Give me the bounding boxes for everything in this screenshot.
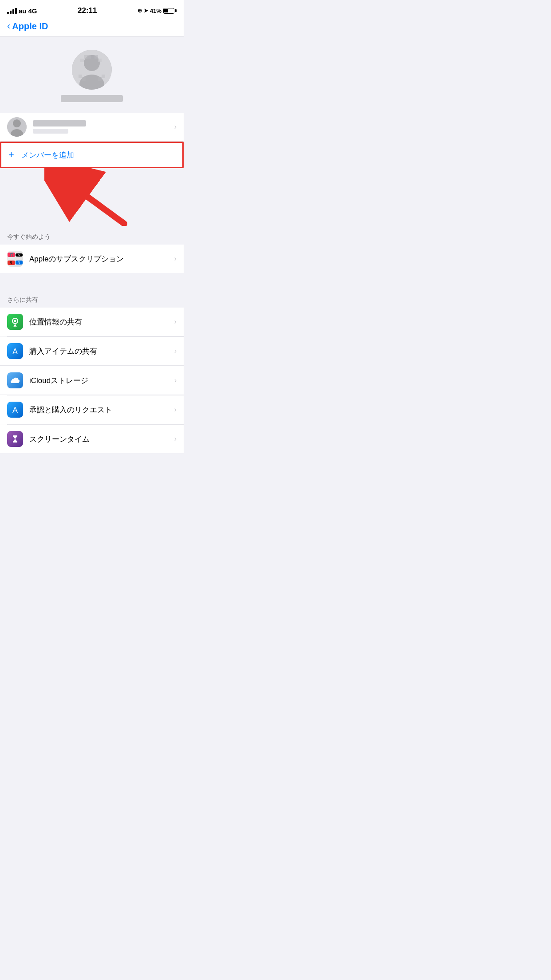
approval-chevron-icon: › — [174, 406, 177, 414]
location-chevron-icon: › — [174, 318, 177, 326]
svg-text:A: A — [12, 406, 18, 415]
avatar-svg — [72, 50, 112, 90]
podcast-icon: 🎙 — [8, 261, 15, 265]
location-row[interactable]: 位置情報の共有 › — [0, 308, 184, 336]
member-sub-bar — [33, 129, 68, 134]
icloud-row[interactable]: iCloudストレージ › — [0, 366, 184, 395]
add-member-button[interactable]: + メンバーを追加 — [0, 142, 184, 168]
status-right: ⊕ ➤ 41% — [138, 8, 177, 14]
purchases-row[interactable]: A 購入アイテムの共有 › — [0, 337, 184, 366]
section-share-more: さらに共有 位置情報の共有 › — [0, 289, 184, 453]
get-started-list: 🎵 tv 🎙 N Appleのサブスクリプション › — [0, 245, 184, 273]
back-button[interactable]: ‹ Apple ID — [7, 21, 48, 32]
member-list: › + メンバーを追加 — [0, 113, 184, 168]
battery-percent: 41% — [150, 8, 161, 14]
share-more-list: 位置情報の共有 › A 購入アイテムの共有 › — [0, 308, 184, 453]
subscriptions-icon: 🎵 tv 🎙 N — [7, 251, 23, 267]
member-avatar-svg — [7, 117, 27, 137]
svg-rect-4 — [87, 55, 91, 59]
time-label: 22:11 — [78, 6, 97, 15]
svg-rect-9 — [79, 75, 82, 78]
svg-line-18 — [58, 175, 124, 224]
subscriptions-row[interactable]: 🎵 tv 🎙 N Appleのサブスクリプション › — [0, 245, 184, 273]
svg-rect-11 — [98, 77, 102, 81]
icloud-chevron-icon: › — [174, 376, 177, 384]
purchases-chevron-icon: › — [174, 347, 177, 355]
findmy-icon — [7, 314, 23, 330]
screentime-label: スクリーンタイム — [29, 434, 171, 444]
arrow-section — [0, 168, 184, 226]
add-member-plus-icon: + — [8, 149, 14, 161]
svg-rect-3 — [84, 55, 87, 59]
screentime-svg — [7, 431, 23, 447]
svg-rect-12 — [102, 75, 105, 78]
red-arrow-svg — [44, 168, 142, 226]
profile-header — [0, 36, 184, 113]
avatar — [72, 50, 112, 90]
appstore-svg: A — [7, 343, 23, 359]
approval-row[interactable]: A 承認と購入のリクエスト › — [0, 395, 184, 424]
approval-svg: A — [7, 402, 23, 418]
member-row[interactable]: › — [0, 113, 184, 142]
member-info — [33, 120, 171, 134]
findmy-svg — [7, 314, 23, 330]
carrier-label: au — [19, 7, 27, 15]
nav-bar: ‹ Apple ID — [0, 18, 184, 36]
svg-rect-8 — [98, 59, 102, 62]
icloud-icon — [7, 372, 23, 388]
network-label: 4G — [28, 7, 37, 15]
icloud-svg — [7, 372, 23, 388]
signal-bars — [7, 8, 17, 14]
section-header-share-more: さらに共有 — [0, 289, 184, 308]
svg-rect-10 — [82, 77, 86, 81]
approval-label: 承認と購入のリクエスト — [29, 405, 171, 415]
member-avatar — [7, 117, 27, 137]
member-name-bar — [33, 120, 86, 126]
icloud-label: iCloudストレージ — [29, 375, 171, 386]
svg-rect-27 — [7, 431, 23, 447]
screentime-icon — [7, 431, 23, 447]
svg-rect-6 — [94, 55, 98, 59]
svg-point-21 — [14, 320, 16, 322]
subscriptions-chevron-icon: › — [174, 255, 177, 263]
svg-rect-5 — [91, 55, 94, 59]
profile-name-placeholder — [61, 95, 123, 102]
battery-icon — [163, 8, 177, 14]
screentime-chevron-icon: › — [174, 435, 177, 443]
screentime-row[interactable]: スクリーンタイム › — [0, 425, 184, 453]
location-label: 位置情報の共有 — [29, 317, 171, 327]
back-chevron-icon: ‹ — [7, 21, 10, 31]
status-bar: au 4G 22:11 ⊕ ➤ 41% — [0, 0, 184, 18]
approval-icon: A — [7, 402, 23, 418]
svg-point-14 — [13, 119, 21, 127]
add-member-label: メンバーを追加 — [21, 150, 74, 160]
svg-rect-7 — [80, 59, 84, 62]
section-header-get-started: 今すぐ始めよう — [0, 226, 184, 245]
navigation-icon: ➤ — [144, 8, 148, 14]
subscriptions-label: Appleのサブスクリプション — [29, 254, 171, 264]
music-icon: 🎵 — [8, 253, 15, 257]
purchases-label: 購入アイテムの共有 — [29, 346, 171, 356]
svg-text:A: A — [12, 347, 18, 356]
appstore-icon: A — [7, 343, 23, 359]
group-separator-1 — [0, 273, 184, 289]
section-get-started: 今すぐ始めよう 🎵 tv 🎙 N Appleのサブスクリプション › — [0, 226, 184, 273]
location-icon: ⊕ — [138, 8, 142, 14]
member-chevron-icon: › — [174, 123, 177, 131]
status-left: au 4G — [7, 7, 37, 15]
back-label: Apple ID — [12, 21, 48, 32]
tv-icon: tv — [16, 253, 23, 257]
news-icon: N — [16, 261, 23, 265]
